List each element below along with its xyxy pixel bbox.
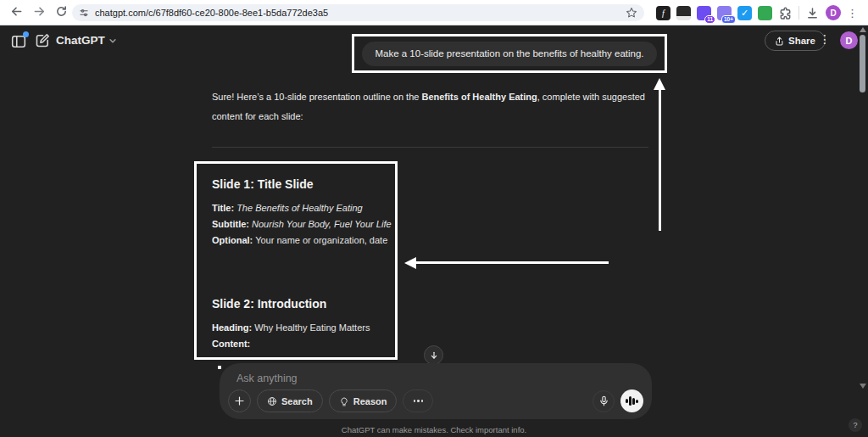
notification-dot bbox=[23, 31, 29, 37]
browser-back-button[interactable] bbox=[8, 5, 24, 20]
message-composer: Ask anything Search Reason bbox=[220, 363, 652, 419]
dictate-button[interactable] bbox=[593, 390, 615, 412]
browser-refresh-button[interactable] bbox=[53, 5, 69, 20]
slide1-optional-row: Optional: Your name or organization, dat… bbox=[212, 233, 390, 249]
row-label: Heading: bbox=[212, 322, 252, 333]
toolbar-divider bbox=[798, 6, 799, 20]
voice-mode-button[interactable] bbox=[620, 389, 643, 412]
annotation-box-user-message: Make a 10-slide presentation on the bene… bbox=[352, 34, 667, 73]
browser-menu-icon[interactable]: ⋮ bbox=[847, 6, 858, 20]
attach-button[interactable] bbox=[228, 389, 251, 412]
annotation-dot bbox=[218, 366, 221, 369]
annotation-arrow-left-shaft bbox=[415, 261, 609, 264]
more-dots-icon bbox=[414, 400, 416, 402]
slide2-heading: Slide 2: Introduction bbox=[212, 295, 390, 312]
slide1-title-row: Title: The Benefits of Healthy Eating bbox=[212, 200, 390, 216]
slide1-heading: Slide 1: Title Slide bbox=[212, 176, 390, 193]
row-value: Nourish Your Body, Fuel Your Life bbox=[252, 219, 392, 229]
lightbulb-icon bbox=[339, 396, 349, 406]
extension-wallet-icon[interactable]: 10+ bbox=[717, 6, 732, 20]
slide1-subtitle-row: Subtitle: Nourish Your Body, Fuel Your L… bbox=[212, 216, 390, 233]
chevron-down-icon bbox=[108, 36, 117, 45]
composer-toolbar: Search Reason bbox=[228, 389, 643, 413]
scroll-to-bottom-button[interactable] bbox=[424, 345, 443, 365]
annotation-arrow-up-head bbox=[654, 78, 665, 90]
globe-icon bbox=[267, 396, 277, 406]
row-label: Content: bbox=[212, 339, 250, 349]
composer-input[interactable]: Ask anything bbox=[236, 373, 298, 384]
extension-badge: 10+ bbox=[721, 15, 736, 24]
waveform-icon bbox=[626, 399, 628, 403]
new-chat-button[interactable] bbox=[35, 33, 50, 48]
share-upload-icon bbox=[775, 36, 784, 46]
row-label: Optional: bbox=[212, 235, 253, 245]
disclaimer-text: ChatGPT can make mistakes. Check importa… bbox=[0, 425, 868, 434]
reason-toggle-button[interactable]: Reason bbox=[329, 389, 398, 412]
browser-extensions-area: f 11 10+ ✓ D ⋮ bbox=[653, 0, 868, 25]
user-message-bubble: Make a 10-slide presentation on the bene… bbox=[362, 42, 656, 66]
scrollbar-thumb[interactable] bbox=[860, 35, 865, 92]
assistant-intro-paragraph: Sure! Here’s a 10-slide presentation out… bbox=[212, 87, 653, 126]
slide2-heading-row: Heading: Why Healthy Eating Matters bbox=[212, 320, 390, 336]
address-bar[interactable]: chatgpt.com/c/67f8df60-ce20-800e-8ee1-b5… bbox=[72, 4, 644, 21]
annotation-arrow-left-head bbox=[404, 257, 416, 269]
search-toggle-button[interactable]: Search bbox=[257, 389, 323, 412]
browser-profile-avatar[interactable]: D bbox=[826, 5, 841, 20]
row-label: Title: bbox=[212, 203, 234, 213]
sidebar-toggle-button[interactable] bbox=[11, 34, 26, 49]
extension-screenshot-icon[interactable] bbox=[676, 6, 691, 20]
plus-icon bbox=[234, 395, 245, 406]
row-value: The Benefits of Healthy Eating bbox=[236, 203, 363, 213]
extensions-puzzle-icon[interactable] bbox=[778, 6, 793, 20]
intro-bold-text: Benefits of Healthy Eating bbox=[421, 92, 537, 102]
slide2-content-row: Content: bbox=[212, 336, 390, 352]
extension-green-icon[interactable] bbox=[758, 6, 772, 20]
annotation-arrow-up-shaft bbox=[659, 89, 661, 231]
browser-forward-button[interactable] bbox=[31, 5, 47, 20]
extension-check-icon[interactable]: ✓ bbox=[737, 6, 752, 20]
site-info-icon[interactable] bbox=[79, 8, 89, 18]
model-switcher[interactable]: ChatGPT bbox=[56, 34, 117, 47]
extension-purple-icon[interactable]: 11 bbox=[697, 6, 711, 20]
extension-f-icon[interactable]: f bbox=[656, 6, 670, 20]
row-value: Your name or organization, date bbox=[255, 235, 387, 245]
scrollbar-up-arrow[interactable] bbox=[860, 27, 866, 32]
conversation-options-icon[interactable]: ⋮ bbox=[819, 32, 831, 46]
search-label: Search bbox=[281, 396, 313, 406]
url-text[interactable]: chatgpt.com/c/67f8df60-ce20-800e-8ee1-b5… bbox=[95, 8, 620, 18]
row-value: Why Healthy Eating Matters bbox=[254, 322, 370, 333]
reason-label: Reason bbox=[353, 396, 387, 406]
help-button[interactable]: ? bbox=[849, 418, 862, 432]
user-avatar[interactable]: D bbox=[840, 31, 858, 49]
browser-toolbar: chatgpt.com/c/67f8df60-ce20-800e-8ee1-b5… bbox=[0, 0, 868, 25]
forward-arrow-icon bbox=[33, 5, 46, 21]
row-label: Subtitle: bbox=[212, 219, 249, 229]
back-arrow-icon bbox=[10, 5, 23, 21]
scrollbar-down-arrow[interactable] bbox=[860, 384, 866, 389]
app-title: ChatGPT bbox=[56, 34, 105, 47]
bookmark-star-icon[interactable] bbox=[626, 7, 637, 19]
intro-text: Sure! Here’s a 10-slide presentation out… bbox=[212, 92, 421, 102]
share-button[interactable]: Share bbox=[765, 31, 826, 51]
compose-icon bbox=[35, 33, 50, 48]
section-divider bbox=[212, 147, 648, 148]
chatgpt-browser-window: chatgpt.com/c/67f8df60-ce20-800e-8ee1-b5… bbox=[0, 0, 868, 437]
arrow-down-icon bbox=[429, 350, 439, 361]
page-scrollbar[interactable] bbox=[858, 25, 868, 399]
annotation-box-slides: Slide 1: Title Slide Title: The Benefits… bbox=[194, 161, 398, 360]
extension-badge: 11 bbox=[704, 15, 715, 24]
downloads-icon[interactable] bbox=[805, 6, 820, 20]
refresh-icon bbox=[55, 5, 68, 21]
more-tools-button[interactable] bbox=[403, 389, 433, 412]
microphone-icon bbox=[598, 395, 609, 406]
share-label: Share bbox=[788, 36, 815, 46]
